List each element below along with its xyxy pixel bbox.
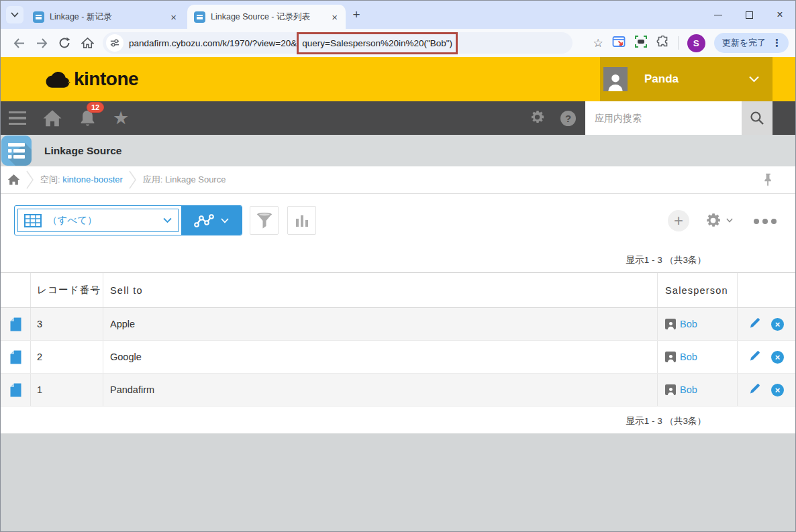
kintone-logo-text: kintone: [74, 68, 138, 90]
app-search-input[interactable]: [585, 101, 742, 135]
search-icon: [749, 110, 765, 126]
extensions-puzzle-icon[interactable]: [656, 36, 669, 51]
view-selector-label: （すべて）: [48, 214, 97, 227]
table-row: 2 Google Bob ×: [1, 341, 795, 374]
home-icon: [42, 109, 62, 127]
forward-button[interactable]: [30, 32, 53, 54]
delete-record-button[interactable]: ×: [771, 351, 784, 364]
bar-chart-icon: [295, 213, 309, 228]
user-badge-icon: [665, 319, 676, 329]
pin-icon[interactable]: [764, 172, 773, 189]
table-row: 1 Pandafirm Bob ×: [1, 374, 795, 407]
edit-record-button[interactable]: [749, 382, 761, 397]
browser-menu-kebab-icon[interactable]: ⋮: [772, 37, 782, 49]
graph-view-button[interactable]: [181, 206, 242, 235]
kintone-favicon: [33, 11, 44, 23]
app-search-button[interactable]: [742, 101, 773, 135]
portal-home-button[interactable]: [42, 109, 62, 127]
back-arrow-icon: [13, 38, 26, 49]
kintone-cloud-icon: [45, 70, 70, 89]
notifications-button[interactable]: 12: [79, 109, 97, 127]
tab-search-button[interactable]: [6, 6, 23, 23]
global-nav-right: ?: [529, 101, 795, 135]
new-tab-button[interactable]: +: [348, 7, 364, 23]
admin-gear-button[interactable]: [529, 109, 546, 128]
minimize-icon: [714, 15, 722, 15]
cell-actions: ×: [737, 308, 795, 340]
tab-linkage-source-list[interactable]: Linkage Source - 记录列表 ×: [187, 5, 346, 29]
breadcrumb-space: 空间: kintone-booster: [40, 174, 123, 186]
cell-sell-to: Pandafirm: [103, 374, 657, 406]
header-salesperson[interactable]: Salesperson: [657, 273, 737, 307]
reload-button[interactable]: [53, 32, 76, 54]
url-prefix: pandafirm.cybozu.com/k/1970/?view=20&: [129, 38, 297, 48]
document-icon: [10, 383, 21, 397]
add-record-button[interactable]: +: [668, 210, 689, 231]
maximize-icon: [746, 11, 753, 19]
chevron-down-icon: [163, 217, 172, 223]
help-button[interactable]: ?: [560, 111, 576, 126]
breadcrumb-app-crumb: 应用: Linkage Source: [143, 174, 226, 186]
app-settings-button[interactable]: [704, 211, 733, 229]
breadcrumb-separator-icon: [26, 170, 34, 190]
record-list-content: （すべて） + 显示1 - 3 （共3条） レ: [1, 194, 795, 532]
tab-linkage-new-record[interactable]: Linkage - 新记录 ×: [26, 5, 185, 29]
bookmark-star-icon[interactable]: ☆: [593, 36, 603, 50]
extension-capture-icon[interactable]: [634, 35, 648, 51]
header-record-number[interactable]: レコード番号: [30, 273, 103, 307]
record-open-button[interactable]: [1, 308, 30, 340]
window-minimize-button[interactable]: [703, 1, 734, 29]
salesperson-link[interactable]: Bob: [680, 384, 697, 395]
view-selector-dropdown[interactable]: （すべて）: [17, 209, 179, 232]
browser-window: Linkage - 新记录 × Linkage Source - 记录列表 × …: [0, 0, 796, 532]
tab-close-icon[interactable]: ×: [329, 12, 340, 22]
global-nav: 12 ★ ?: [1, 101, 795, 135]
breadcrumb: 空间: kintone-booster 应用: Linkage Source: [1, 166, 795, 194]
window-close-button[interactable]: ×: [764, 1, 795, 29]
home-button[interactable]: [76, 32, 99, 54]
user-menu[interactable]: Panda: [600, 57, 773, 101]
chart-button[interactable]: [287, 206, 316, 235]
salesperson-link[interactable]: Bob: [680, 352, 697, 362]
browser-toolbar: pandafirm.cybozu.com/k/1970/?view=20&que…: [1, 29, 795, 57]
breadcrumb-home-button[interactable]: [7, 174, 20, 186]
kintone-favicon: [194, 11, 205, 23]
breadcrumb-separator-icon: [129, 170, 137, 190]
gear-icon: [529, 109, 546, 125]
delete-x-icon: ×: [775, 320, 781, 329]
notification-badge: 12: [87, 102, 104, 113]
browser-profile-avatar[interactable]: S: [687, 34, 705, 52]
kintone-logo[interactable]: kintone: [45, 57, 138, 101]
pencil-icon: [749, 382, 761, 394]
browser-update-button[interactable]: 更新を完了 ⋮: [714, 33, 789, 53]
filter-button[interactable]: [250, 206, 279, 235]
toolbar-divider: [678, 36, 679, 50]
space-link[interactable]: kintone-booster: [62, 174, 123, 184]
hamburger-menu-icon[interactable]: [9, 111, 26, 125]
delete-record-button[interactable]: ×: [771, 318, 784, 331]
favorites-star-icon[interactable]: ★: [113, 109, 129, 127]
more-options-button[interactable]: [754, 219, 777, 224]
user-badge-icon: [665, 384, 676, 395]
salesperson-link[interactable]: Bob: [680, 319, 697, 329]
edit-record-button[interactable]: [749, 317, 761, 331]
delete-record-button[interactable]: ×: [771, 384, 784, 396]
address-bar[interactable]: pandafirm.cybozu.com/k/1970/?view=20&que…: [103, 32, 573, 54]
record-open-button[interactable]: [1, 341, 30, 373]
app-icon: [1, 136, 32, 168]
app-search: [585, 101, 773, 135]
tab-close-icon[interactable]: ×: [168, 12, 179, 22]
cell-salesperson: Bob: [657, 341, 737, 373]
record-open-button[interactable]: [1, 374, 30, 406]
site-info-button[interactable]: [106, 34, 123, 52]
cell-record-number: 3: [30, 308, 103, 340]
back-button[interactable]: [7, 32, 30, 54]
window-maximize-button[interactable]: [734, 1, 764, 29]
page-footer: [1, 433, 795, 532]
document-icon: [10, 350, 21, 364]
home-icon: [7, 174, 20, 186]
edit-record-button[interactable]: [749, 350, 761, 364]
gear-icon: [704, 211, 722, 229]
header-sell-to[interactable]: Sell to: [103, 273, 657, 307]
extension-screenshot-icon[interactable]: [612, 35, 626, 51]
